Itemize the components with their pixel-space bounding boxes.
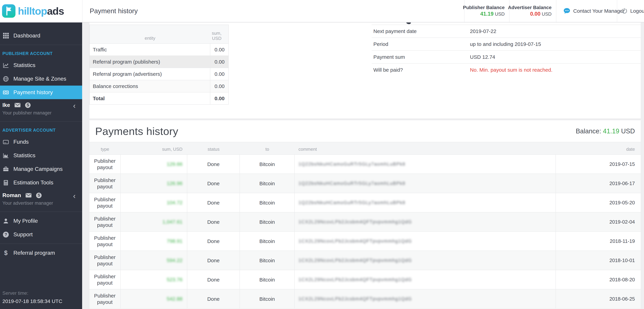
payment-comment: 1Q22bsNkuHCamoGuRTr5GLy7aomhLuBPk8 (295, 155, 556, 174)
top-header: hilltopads Payment history Publisher Bal… (0, 0, 644, 22)
payments-row: Publisher payout129.66DoneBitcoin1Q22bsN… (89, 155, 641, 174)
payment-type: Publisher payout (89, 270, 120, 289)
server-time-block: Server time: 2019-07-18 18:58:34 UTC (0, 290, 82, 309)
question-icon: ? (2, 231, 10, 238)
banknote-icon (2, 89, 10, 96)
chevron-left-icon[interactable]: ‹ (73, 192, 76, 199)
payment-type: Publisher payout (89, 155, 120, 174)
info-label: Will be paid? (372, 64, 470, 76)
payments-col-header-sum-usd: sum, USD (120, 146, 187, 154)
payment-date: 2019-05-20 (556, 193, 641, 212)
sidebar-item-statistics[interactable]: Statistics (0, 149, 82, 162)
skype-icon[interactable]: S (36, 193, 42, 198)
payment-comment: 1Q22bsNkuHCamoGuRTr5GLy7aomhLuBPk8 (295, 193, 556, 212)
sidebar-item-label: Manage Site & Zones (14, 76, 66, 82)
sidebar-manager-ike: IkeS‹Your publisher manager (0, 99, 82, 119)
sidebar-item-statistics[interactable]: Statistics (0, 58, 82, 72)
chevron-left-icon[interactable]: ‹ (73, 102, 76, 109)
sidebar-divider (0, 45, 82, 45)
payment-comment: 1CX2L29NcovLPb2Jcsbm4QFTpvpvmmhg1QdG (295, 270, 556, 289)
payment-date: 2018-08-20 (556, 270, 641, 289)
manager-subtitle: Your advertiser manager (2, 200, 82, 206)
payment-comment-value: 1CX2L29NcovLPb2Jcsbm4QFTpvpvmmhg1QdG (298, 296, 412, 302)
payment-type: Publisher payout (89, 212, 120, 231)
info-label: Payment sum (372, 51, 470, 63)
summary-sum: 0.00 (210, 44, 228, 56)
dollar-icon: $ (2, 250, 10, 256)
sidebar-item-estimation-tools[interactable]: Estimation Tools (0, 176, 82, 190)
info-value: USD 12.74 (470, 51, 641, 63)
summary-table-header: entitysum, USD (90, 25, 228, 44)
payment-comment-value: 1Q22bsNkuHCamoGuRTr5GLy7aomhLuBPk8 (298, 181, 405, 186)
sidebar-item-my-profile[interactable]: My Profile (0, 214, 82, 228)
payments-row: Publisher payout104.72DoneBitcoin1Q22bsN… (89, 193, 641, 212)
logout-button[interactable]: Logout (617, 0, 644, 22)
payment-sum: 542.88 (120, 290, 187, 308)
manager-name: Ike (2, 102, 10, 108)
payments-col-header-date: date (556, 146, 641, 154)
info-value: No. Min. payout sum is not reached. (470, 64, 641, 76)
payment-type: Publisher payout (89, 251, 120, 270)
payment-comment: 1CX2L29NcovLPb2Jcsbm4QFTpvpvmmhg1QdG (295, 290, 556, 308)
payment-comment-value: 1CX2L29NcovLPb2Jcsbm4QFTpvpvmmhg1QdG (298, 238, 412, 244)
calculator-icon (2, 179, 10, 186)
payment-date: 2018-10-01 (556, 251, 641, 270)
payment-comment-value: 1CX2L29NcovLPb2Jcsbm4QFTpvpvmmhg1QdG (298, 219, 412, 224)
email-icon[interactable] (14, 103, 20, 108)
sidebar-item-payment-history[interactable]: Payment history (0, 86, 82, 99)
sidebar-item-dashboard[interactable]: Dashboard (0, 29, 82, 42)
payment-status: Done (187, 290, 240, 308)
sidebar-item-label: Payment history (14, 89, 53, 96)
payment-sum: 126.96 (120, 174, 187, 193)
user-icon (2, 218, 10, 224)
contact-manager-button[interactable]: Contact Your Manager (556, 0, 617, 22)
sidebar-divider (0, 244, 82, 244)
info-row-next-payment-date: Next payment date2019-07-22 (372, 24, 641, 38)
sidebar-item-manage-site-zones[interactable]: Manage Site & Zones (0, 72, 82, 86)
payment-comment-value: 1Q22bsNkuHCamoGuRTr5GLy7aomhLuBPk8 (298, 200, 405, 205)
payments-row: Publisher payout126.96DoneBitcoin1Q22bsN… (89, 174, 641, 193)
sidebar-item-support[interactable]: ?Support (0, 228, 82, 241)
server-time-value: 2019-07-18 18:58:34 UTC (2, 298, 82, 304)
summary-row-referral-program-publishers: Referral program (publishers)0.00 (90, 56, 228, 68)
payments-col-header-status: status (187, 146, 240, 154)
payments-col-header-comment: comment (295, 146, 556, 154)
payments-table-header: typesum, USDstatustocommentdate (89, 142, 641, 155)
line-chart-icon (2, 62, 10, 69)
payments-history-card: Payments history Balance: 41.19 USD type… (89, 120, 641, 309)
sidebar-item-label: Estimation Tools (14, 180, 53, 186)
sidebar-item-funds[interactable]: Funds (0, 135, 82, 149)
payments-row: Publisher payout594.22DoneBitcoin1CX2L29… (89, 251, 641, 270)
payment-to: Bitcoin (240, 174, 295, 193)
summary-sum: 0.00 (210, 56, 228, 68)
logo[interactable]: hilltopads (0, 0, 82, 22)
payment-type: Publisher payout (89, 174, 120, 193)
payments-row: Publisher payout1,047.61DoneBitcoin1CX2L… (89, 212, 641, 232)
payment-sum: 104.72 (120, 193, 187, 212)
sidebar-item-referral-program[interactable]: $Referral program (0, 246, 82, 260)
payment-sum-value: 104.72 (167, 200, 182, 206)
payment-summary-card: entitysum, USDTraffic0.00Referral progra… (89, 22, 641, 118)
power-icon (621, 8, 628, 14)
summary-entity: Balance corrections (90, 80, 210, 92)
summary-col-sum: sum, USD (210, 25, 228, 43)
summary-table: entitysum, USDTraffic0.00Referral progra… (89, 24, 229, 105)
manager-subtitle: Your publisher manager (2, 110, 82, 116)
skype-icon[interactable]: S (25, 102, 30, 108)
email-icon[interactable] (26, 193, 32, 198)
payment-sum: 798.91 (120, 232, 187, 250)
payment-to: Bitcoin (240, 270, 295, 289)
payment-comment-value: 1CX2L29NcovLPb2Jcsbm4QFTpvpvmmhg1QdG (298, 258, 412, 263)
info-value: 2019-07-22 (470, 25, 641, 38)
payment-status: Done (187, 193, 240, 212)
payment-to: Bitcoin (240, 212, 295, 231)
info-row-will-be-paid: Will be paid?No. Min. payout sum is not … (372, 63, 641, 76)
publisher-balance: Publisher Balance 41.19 USD (464, 0, 509, 22)
payment-comment: 1CX2L29NcovLPb2Jcsbm4QFTpvpvmmhg1QdG (295, 232, 556, 250)
info-value: up to and including 2019-07-15 (470, 38, 641, 50)
sidebar-item-manage-campaigns[interactable]: Manage Campaigns (0, 162, 82, 176)
payment-sum-value: 542.88 (167, 296, 182, 302)
sidebar-item-label: Support (14, 231, 33, 238)
payment-comment-value: 1CX2L29NcovLPb2Jcsbm4QFTpvpvmmhg1QdG (298, 277, 412, 282)
info-row-payment-sum: Payment sumUSD 12.74 (372, 50, 641, 63)
